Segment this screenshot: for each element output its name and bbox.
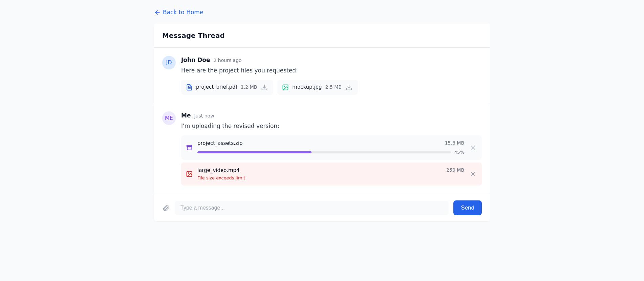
attach-file-button[interactable]	[162, 204, 170, 212]
progress-bar	[197, 151, 451, 153]
upload-size: 15.8 MB	[445, 139, 464, 147]
upload-size: 250 MB	[446, 167, 464, 174]
attachment-size: 1.2 MB	[241, 84, 257, 91]
back-to-home-link[interactable]: Back to Home	[154, 8, 203, 17]
upload-name: project_assets.zip	[197, 139, 243, 147]
message-body: I'm uploading the revised version:	[181, 122, 482, 131]
avatar-initials: JD	[166, 59, 172, 67]
remove-upload-button[interactable]	[469, 170, 477, 178]
close-icon	[470, 144, 476, 151]
avatar-initials: ME	[165, 114, 173, 122]
image-icon	[282, 84, 289, 91]
paperclip-icon	[163, 204, 170, 211]
download-button[interactable]	[260, 83, 269, 91]
attachment-size: 2.5 MB	[325, 84, 342, 91]
message: ME Me Just now I'm uploading the revised…	[154, 103, 490, 194]
image-icon	[186, 171, 193, 177]
upload-error: File size exceeds limit	[197, 175, 464, 181]
progress-fill	[197, 151, 312, 153]
cancel-upload-button[interactable]	[469, 144, 477, 152]
attachments-row: project_brief.pdf 1.2 MB mockup.jpg 2.5 …	[181, 80, 482, 95]
attachment-chip: project_brief.pdf 1.2 MB	[181, 80, 273, 95]
send-button[interactable]: Send	[453, 200, 482, 215]
message: JD John Doe 2 hours ago Here are the pro…	[154, 48, 490, 103]
message-author: Me	[181, 111, 191, 120]
avatar: ME	[162, 111, 176, 125]
file-text-icon	[186, 84, 193, 91]
composer: Send	[154, 194, 490, 221]
svg-point-6	[284, 86, 285, 87]
attachment-name: mockup.jpg	[292, 83, 322, 91]
uploads-list: project_assets.zip 15.8 MB 45%	[181, 135, 482, 186]
arrow-left-icon	[154, 9, 161, 16]
download-button[interactable]	[345, 83, 353, 91]
attachment-chip: mockup.jpg 2.5 MB	[277, 80, 358, 95]
download-icon	[346, 84, 352, 91]
thread-card: Message Thread JD John Doe 2 hours ago H…	[154, 24, 490, 221]
card-header: Message Thread	[154, 24, 490, 48]
upload-item: project_assets.zip 15.8 MB 45%	[181, 135, 482, 160]
page-container: Back to Home Message Thread JD John Doe …	[149, 0, 495, 230]
upload-name: large_video.mp4	[197, 167, 240, 174]
archive-icon	[186, 144, 193, 151]
message-input[interactable]	[175, 201, 449, 215]
attachment-name: project_brief.pdf	[196, 83, 237, 91]
download-icon	[261, 84, 268, 91]
thread-title: Message Thread	[162, 30, 482, 41]
avatar: JD	[162, 56, 176, 69]
message-body: Here are the project files you requested…	[181, 66, 482, 75]
message-time: 2 hours ago	[213, 57, 241, 64]
upload-item-error: large_video.mp4 250 MB File size exceeds…	[181, 163, 482, 186]
back-link-label: Back to Home	[163, 8, 203, 17]
svg-point-14	[188, 172, 189, 173]
progress-percent: 45%	[454, 149, 464, 156]
message-author: John Doe	[181, 56, 210, 65]
close-icon	[470, 171, 476, 177]
message-time: Just now	[194, 112, 214, 120]
